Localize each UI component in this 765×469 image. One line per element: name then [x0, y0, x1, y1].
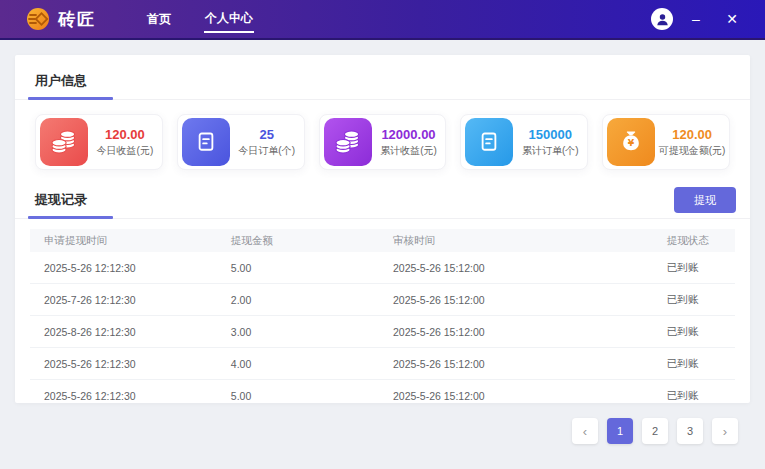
cell-amount: 4.00	[217, 358, 379, 370]
stat-text: 25 今日订单(个)	[230, 127, 304, 158]
cell-status: 已到账	[647, 293, 735, 307]
cell-apply-time: 2025-5-26 12:12:30	[30, 390, 217, 402]
col-header-review-time: 审核时间	[379, 234, 647, 248]
main-nav: 首页 个人中心	[146, 6, 254, 33]
cell-review-time: 2025-5-26 15:12:00	[379, 326, 647, 338]
stat-text: 120.00 今日收益(元)	[88, 127, 162, 158]
close-button[interactable]: ✕	[719, 6, 745, 32]
titlebar-controls: – ✕	[651, 6, 745, 32]
stat-value: 120.00	[88, 127, 162, 143]
nav-item-home[interactable]: 首页	[146, 7, 172, 32]
col-header-amount: 提现金额	[217, 234, 379, 248]
cell-amount: 5.00	[217, 390, 379, 402]
withdraw-records-title: 提现记录	[35, 191, 87, 209]
app-title: 砖匠	[58, 8, 96, 31]
prev-page-button[interactable]: ‹	[572, 418, 598, 444]
stat-text: 12000.00 累计收益(元)	[372, 127, 446, 158]
moneybag-icon: ¥	[607, 118, 655, 166]
table-header-row: 申请提现时间 提现金额 审核时间 提现状态	[30, 229, 735, 252]
page-button-3[interactable]: 3	[677, 418, 703, 444]
stat-label: 可提现金额(元)	[655, 145, 729, 158]
brand-icon	[26, 7, 50, 31]
col-header-status: 提现状态	[647, 234, 735, 248]
stat-text: 120.00 可提现金额(元)	[655, 127, 729, 158]
withdraw-button[interactable]: 提现	[674, 187, 736, 213]
cell-review-time: 2025-5-26 15:12:00	[379, 390, 647, 402]
stat-label: 今日收益(元)	[88, 145, 162, 158]
stat-label: 累计收益(元)	[372, 145, 446, 158]
stat-cards: 120.00 今日收益(元) 25 今日订单(个)	[35, 114, 730, 170]
next-page-button[interactable]: ›	[712, 418, 738, 444]
withdraw-records-header: 提现记录 提现	[15, 186, 750, 214]
page-button-1[interactable]: 1	[607, 418, 633, 444]
table-row: 2025-5-26 12:12:30 5.00 2025-5-26 15:12:…	[30, 252, 735, 284]
nav-item-personal-center[interactable]: 个人中心	[204, 6, 254, 33]
cell-amount: 2.00	[217, 294, 379, 306]
stat-value: 120.00	[655, 127, 729, 143]
cell-status: 已到账	[647, 325, 735, 339]
cell-apply-time: 2025-8-26 12:12:30	[30, 326, 217, 338]
stat-label: 今日订单(个)	[230, 145, 304, 158]
stat-value: 25	[230, 127, 304, 143]
page-button-2[interactable]: 2	[642, 418, 668, 444]
table-row: 2025-5-26 12:12:30 5.00 2025-5-26 15:12:…	[30, 380, 735, 412]
stat-card-today-earnings: 120.00 今日收益(元)	[35, 114, 163, 170]
stat-value: 150000	[513, 127, 587, 143]
stat-card-total-orders: 150000 累计订单(个)	[460, 114, 588, 170]
col-header-apply-time: 申请提现时间	[30, 234, 217, 248]
table-row: 2025-5-26 12:12:30 4.00 2025-5-26 15:12:…	[30, 348, 735, 380]
user-info-header: 用户信息	[15, 67, 750, 95]
table-row: 2025-7-26 12:12:30 2.00 2025-5-26 15:12:…	[30, 284, 735, 316]
stat-label: 累计订单(个)	[513, 145, 587, 158]
stat-card-today-orders: 25 今日订单(个)	[177, 114, 305, 170]
titlebar: 砖匠 首页 个人中心 – ✕	[0, 0, 765, 40]
cell-review-time: 2025-5-26 15:12:00	[379, 358, 647, 370]
cell-apply-time: 2025-7-26 12:12:30	[30, 294, 217, 306]
table-row: 2025-8-26 12:12:30 3.00 2025-5-26 15:12:…	[30, 316, 735, 348]
cell-apply-time: 2025-5-26 12:12:30	[30, 262, 217, 274]
coins-icon	[324, 118, 372, 166]
minimize-button[interactable]: –	[683, 6, 709, 32]
withdraw-records-underline	[15, 218, 750, 219]
cell-review-time: 2025-5-26 15:12:00	[379, 262, 647, 274]
user-avatar[interactable]	[651, 8, 673, 30]
cell-status: 已到账	[647, 261, 735, 275]
stat-card-withdrawable: ¥ 120.00 可提现金额(元)	[602, 114, 730, 170]
pagination: ‹ 1 2 3 ›	[0, 418, 738, 444]
stat-value: 12000.00	[372, 127, 446, 143]
cell-status: 已到账	[647, 357, 735, 371]
cell-apply-time: 2025-5-26 12:12:30	[30, 358, 217, 370]
svg-text:¥: ¥	[628, 137, 635, 148]
cell-review-time: 2025-5-26 15:12:00	[379, 294, 647, 306]
user-info-title: 用户信息	[35, 72, 87, 90]
document-icon	[182, 118, 230, 166]
cell-status: 已到账	[647, 389, 735, 403]
user-info-underline	[15, 99, 750, 100]
app-logo: 砖匠	[26, 7, 96, 31]
stat-text: 150000 累计订单(个)	[513, 127, 587, 158]
document-icon	[465, 118, 513, 166]
coins-icon	[40, 118, 88, 166]
cell-amount: 3.00	[217, 326, 379, 338]
withdraw-table: 申请提现时间 提现金额 审核时间 提现状态 2025-5-26 12:12:30…	[30, 229, 735, 412]
stat-card-total-earnings: 12000.00 累计收益(元)	[319, 114, 447, 170]
cell-amount: 5.00	[217, 262, 379, 274]
main-panel: 用户信息 120.00 今日收益(元)	[15, 55, 750, 403]
